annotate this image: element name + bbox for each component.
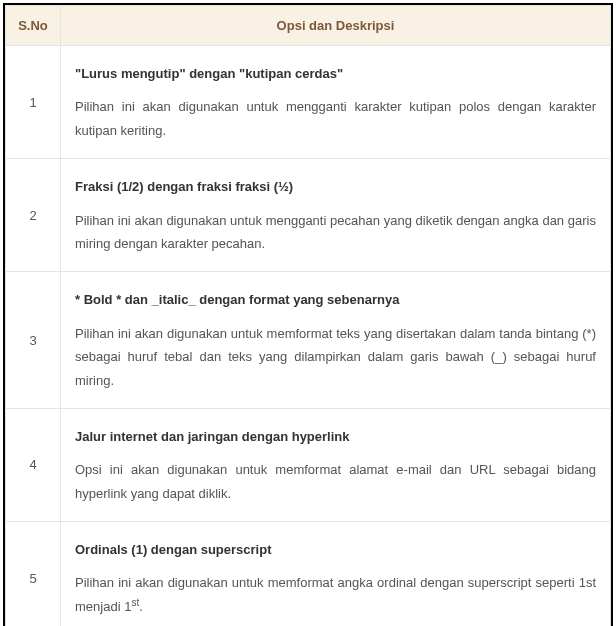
table-row: 2 Fraksi (1/2) dengan fraksi fraksi (½) … <box>6 159 611 272</box>
body-suffix: . <box>139 599 143 614</box>
row-number: 5 <box>6 522 61 626</box>
superscript: st <box>131 597 139 608</box>
options-table: S.No Opsi dan Deskripsi 1 "Lurus menguti… <box>5 5 611 626</box>
table-row: 1 "Lurus mengutip" dengan "kutipan cerda… <box>6 46 611 159</box>
row-number: 4 <box>6 408 61 521</box>
option-title: Ordinals (1) dengan superscript <box>75 538 596 561</box>
option-body: Pilihan ini akan digunakan untuk memform… <box>75 326 596 388</box>
option-title: * Bold * dan _italic_ dengan format yang… <box>75 288 596 311</box>
row-desc: Ordinals (1) dengan superscript Pilihan … <box>61 522 611 626</box>
table-container: S.No Opsi dan Deskripsi 1 "Lurus menguti… <box>3 3 613 626</box>
option-body: Pilihan ini akan digunakan untuk menggan… <box>75 99 596 137</box>
row-number: 2 <box>6 159 61 272</box>
body-prefix: Pilihan ini akan digunakan untuk memform… <box>75 575 596 613</box>
option-title: "Lurus mengutip" dengan "kutipan cerdas" <box>75 62 596 85</box>
option-body: Pilihan ini akan digunakan untuk memform… <box>75 575 596 613</box>
header-desc: Opsi dan Deskripsi <box>61 6 611 46</box>
row-number: 3 <box>6 272 61 409</box>
table-row: 3 * Bold * dan _italic_ dengan format ya… <box>6 272 611 409</box>
header-row: S.No Opsi dan Deskripsi <box>6 6 611 46</box>
row-desc: "Lurus mengutip" dengan "kutipan cerdas"… <box>61 46 611 159</box>
row-desc: * Bold * dan _italic_ dengan format yang… <box>61 272 611 409</box>
option-body: Opsi ini akan digunakan untuk memformat … <box>75 462 596 500</box>
table-row: 5 Ordinals (1) dengan superscript Piliha… <box>6 522 611 626</box>
row-desc: Fraksi (1/2) dengan fraksi fraksi (½) Pi… <box>61 159 611 272</box>
table-row: 4 Jalur internet dan jaringan dengan hyp… <box>6 408 611 521</box>
option-body: Pilihan ini akan digunakan untuk menggan… <box>75 213 596 251</box>
option-title: Fraksi (1/2) dengan fraksi fraksi (½) <box>75 175 596 198</box>
row-desc: Jalur internet dan jaringan dengan hyper… <box>61 408 611 521</box>
header-sno: S.No <box>6 6 61 46</box>
option-title: Jalur internet dan jaringan dengan hyper… <box>75 425 596 448</box>
row-number: 1 <box>6 46 61 159</box>
